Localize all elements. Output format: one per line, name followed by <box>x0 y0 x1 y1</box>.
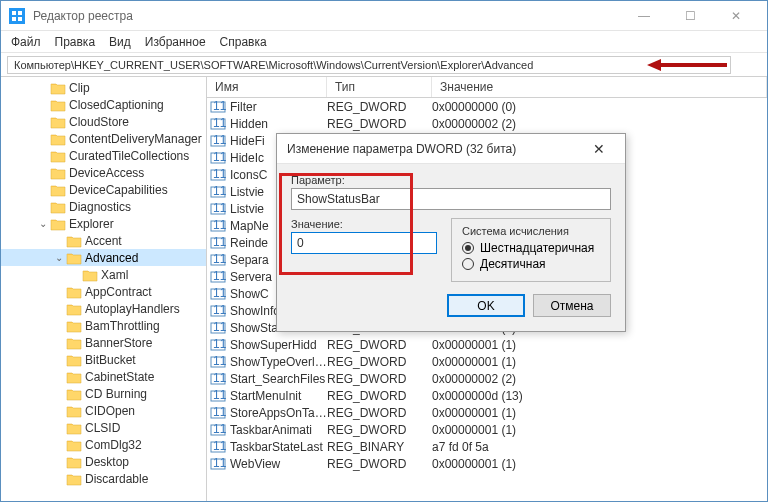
svg-rect-3 <box>18 17 22 21</box>
value-icon: 110 <box>210 389 226 403</box>
tree-item[interactable]: Accent <box>1 232 206 249</box>
tree-item[interactable]: Discardable <box>1 470 206 487</box>
list-row[interactable]: 110ShowSuperHiddREG_DWORD0x00000001 (1) <box>207 336 767 353</box>
tree-item[interactable]: CloudStore <box>1 113 206 130</box>
maximize-button[interactable]: ☐ <box>667 1 713 31</box>
folder-icon <box>50 166 66 180</box>
tree-item[interactable]: Xaml <box>1 266 206 283</box>
folder-icon <box>50 217 66 231</box>
expand-icon[interactable]: ⌄ <box>53 252 65 263</box>
row-value: 0x00000001 (1) <box>432 457 767 471</box>
value-icon: 110 <box>210 151 226 165</box>
tree-item-label: DeviceAccess <box>69 166 144 180</box>
header-value[interactable]: Значение <box>432 77 767 97</box>
svg-text:110: 110 <box>213 185 226 198</box>
row-name: StoreAppsOnTas... <box>230 406 327 420</box>
header-name[interactable]: Имя <box>207 77 327 97</box>
row-type: REG_DWORD <box>327 372 432 386</box>
param-label: Параметр: <box>291 174 611 186</box>
tree-item[interactable]: ⌄Explorer <box>1 215 206 232</box>
tree-item[interactable]: CIDOpen <box>1 402 206 419</box>
tree-item-label: Clip <box>69 81 90 95</box>
minimize-button[interactable]: — <box>621 1 667 31</box>
svg-text:110: 110 <box>213 202 226 215</box>
folder-icon <box>66 421 82 435</box>
tree-item[interactable]: Desktop <box>1 453 206 470</box>
close-button[interactable]: ✕ <box>713 1 759 31</box>
param-input[interactable] <box>291 188 611 210</box>
svg-text:110: 110 <box>213 304 226 317</box>
folder-icon <box>66 370 82 384</box>
tree-item[interactable]: CLSID <box>1 419 206 436</box>
list-header: Имя Тип Значение <box>207 77 767 98</box>
address-input[interactable]: Компьютер\HKEY_CURRENT_USER\SOFTWARE\Mic… <box>7 56 731 74</box>
row-type: REG_DWORD <box>327 423 432 437</box>
list-row[interactable]: 110HiddenREG_DWORD0x00000002 (2) <box>207 115 767 132</box>
radio-hex[interactable]: Шестнадцатеричная <box>462 241 600 255</box>
menu-help[interactable]: Справка <box>220 35 267 49</box>
tree-item-label: CuratedTileCollections <box>69 149 189 163</box>
tree-item[interactable]: BamThrottling <box>1 317 206 334</box>
folder-icon <box>66 353 82 367</box>
tree-item[interactable]: ComDlg32 <box>1 436 206 453</box>
tree-item[interactable]: Clip <box>1 79 206 96</box>
row-value: 0x00000001 (1) <box>432 406 767 420</box>
tree-item-label: Accent <box>85 234 122 248</box>
row-name: Filter <box>230 100 327 114</box>
tree-panel[interactable]: ClipClosedCaptioningCloudStoreContentDel… <box>1 77 207 501</box>
list-row[interactable]: 110WebViewREG_DWORD0x00000001 (1) <box>207 455 767 472</box>
svg-text:110: 110 <box>213 457 226 470</box>
tree-item[interactable]: DeviceCapabilities <box>1 181 206 198</box>
radio-dec[interactable]: Десятичная <box>462 257 600 271</box>
tree-item[interactable]: DeviceAccess <box>1 164 206 181</box>
tree-item-label: Advanced <box>85 251 138 265</box>
tree-item[interactable]: ClosedCaptioning <box>1 96 206 113</box>
radio-dec-label: Десятичная <box>480 257 546 271</box>
svg-text:110: 110 <box>213 355 226 368</box>
value-icon: 110 <box>210 185 226 199</box>
row-name: Hidden <box>230 117 327 131</box>
svg-rect-2 <box>12 17 16 21</box>
radio-hex-label: Шестнадцатеричная <box>480 241 594 255</box>
ok-button[interactable]: OK <box>447 294 525 317</box>
menu-edit[interactable]: Правка <box>55 35 96 49</box>
tree-item[interactable]: BannerStore <box>1 334 206 351</box>
tree-item-label: AutoplayHandlers <box>85 302 180 316</box>
tree-item[interactable]: Diagnostics <box>1 198 206 215</box>
tree-item[interactable]: ⌄Advanced <box>1 249 206 266</box>
radio-dec-button[interactable] <box>462 258 474 270</box>
list-row[interactable]: 110Start_SearchFilesREG_DWORD0x00000002 … <box>207 370 767 387</box>
list-row[interactable]: 110TaskbarStateLastREG_BINARYa7 fd 0f 5a <box>207 438 767 455</box>
dialog-close-button[interactable]: ✕ <box>583 141 615 157</box>
value-icon: 110 <box>210 440 226 454</box>
folder-icon <box>50 115 66 129</box>
menu-favorites[interactable]: Избранное <box>145 35 206 49</box>
menu-view[interactable]: Вид <box>109 35 131 49</box>
tree-item[interactable]: CabinetState <box>1 368 206 385</box>
tree-item[interactable]: CuratedTileCollections <box>1 147 206 164</box>
app-icon <box>9 8 25 24</box>
svg-text:110: 110 <box>213 423 226 436</box>
list-row[interactable]: 110FilterREG_DWORD0x00000000 (0) <box>207 98 767 115</box>
tree-item[interactable]: AutoplayHandlers <box>1 300 206 317</box>
tree-item[interactable]: BitBucket <box>1 351 206 368</box>
list-row[interactable]: 110StoreAppsOnTas...REG_DWORD0x00000001 … <box>207 404 767 421</box>
tree-item[interactable]: ContentDeliveryManager <box>1 130 206 147</box>
header-type[interactable]: Тип <box>327 77 432 97</box>
value-icon: 110 <box>210 134 226 148</box>
value-input[interactable] <box>291 232 437 254</box>
tree-item[interactable]: CD Burning <box>1 385 206 402</box>
list-row[interactable]: 110TaskbarAnimatiREG_DWORD0x00000001 (1) <box>207 421 767 438</box>
value-icon: 110 <box>210 236 226 250</box>
list-row[interactable]: 110StartMenuInitREG_DWORD0x0000000d (13) <box>207 387 767 404</box>
tree-item-label: Xaml <box>101 268 128 282</box>
row-name: TaskbarAnimati <box>230 423 327 437</box>
expand-icon[interactable]: ⌄ <box>37 218 49 229</box>
radio-hex-button[interactable] <box>462 242 474 254</box>
value-icon: 110 <box>210 321 226 335</box>
list-row[interactable]: 110ShowTypeOverlayREG_DWORD0x00000001 (1… <box>207 353 767 370</box>
value-label: Значение: <box>291 218 437 230</box>
menu-file[interactable]: Файл <box>11 35 41 49</box>
tree-item[interactable]: AppContract <box>1 283 206 300</box>
cancel-button[interactable]: Отмена <box>533 294 611 317</box>
